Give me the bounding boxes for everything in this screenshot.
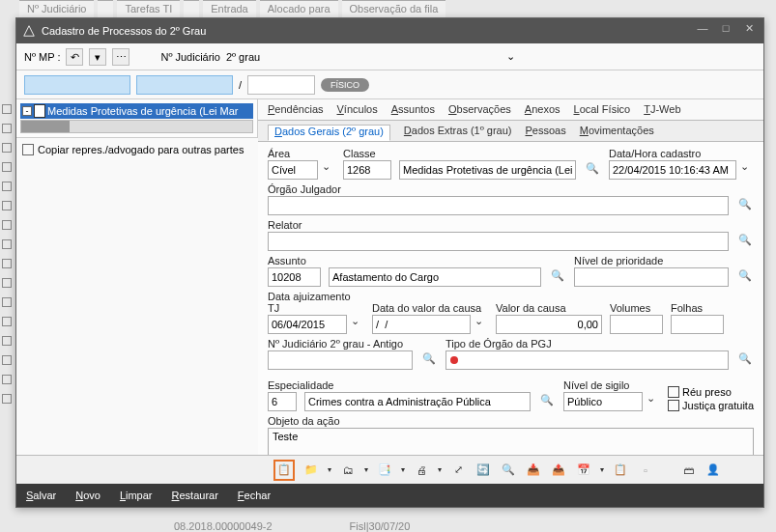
tipopgj-search-icon[interactable]: 🔍 [736,352,754,370]
tab-tjweb[interactable]: TJ-Web [644,103,680,120]
valorc-field[interactable] [496,315,602,334]
folhas-field[interactable] [671,315,724,334]
app-icon [22,24,36,38]
sigilo-dropdown-icon[interactable]: ⌄ [643,392,658,411]
user-doc-icon[interactable]: 👤 [704,462,722,479]
expand-icon[interactable]: ⤢ [449,462,467,479]
docs-icon[interactable]: 📑 [376,462,393,479]
tree-hscroll[interactable] [20,120,253,133]
classe-desc[interactable] [399,160,576,180]
area-select[interactable] [268,160,318,180]
objeto-label: Objeto da ação [268,415,754,427]
minimize-button[interactable]: — [694,22,711,40]
grau-label: 2º grau [226,51,260,63]
objeto-textarea[interactable]: Teste [268,428,754,455]
esp-desc[interactable] [304,392,531,411]
prioridade-field[interactable] [574,267,729,287]
toolbar-bottom: 📋 📁▾ 🗂▾ 📑▾ 🖨▾ ⤢ 🔄 🔍 📥 📤 📅▾ 📋 ▫ 🗃 👤 [16,455,763,484]
assunto-desc[interactable] [329,267,541,287]
calendar-icon[interactable]: 📅 [575,462,592,479]
prioridade-label: Nível de prioridade [574,255,729,266]
sigilo-label: Nível de sigilo [563,379,660,391]
background-footer: 08.2018.00000049-2Fisl|30/07/20 [0,520,776,532]
tab-local-fisico[interactable]: Local Físico [574,103,631,120]
toolbar-top: Nº MP : ↶ ▾ ⋯ Nº Judiciário 2º grau ⌄ [16,43,763,70]
tab-movimentacoes[interactable]: Movimentações [580,125,654,141]
tab-observacoes[interactable]: Observações [448,103,511,120]
copy-checkbox[interactable] [22,144,34,155]
assunto-label: Assunto [268,255,321,266]
orgao-search-icon[interactable]: 🔍 [736,198,754,215]
tab-pendencias[interactable]: Pendências [268,103,324,120]
folder-icon[interactable]: 📁 [302,462,320,479]
njant-label: Nº Judiciário 2º grau - Antigo [268,338,413,350]
justica-checkbox[interactable] [668,400,679,411]
jud-number-field[interactable] [136,75,233,95]
more-button[interactable]: ⋯ [112,48,129,66]
back-button[interactable]: ↶ [66,48,83,66]
esp-search-icon[interactable]: 🔍 [538,394,556,411]
datavc-field[interactable] [372,315,471,334]
close-button[interactable]: ✕ [740,22,758,40]
esp-code[interactable] [268,392,297,411]
archive-icon[interactable]: 🗃 [679,462,697,479]
ajuiz-label: Data ajuizamento TJ [268,291,364,314]
copy-add-icon[interactable]: 📋 [273,460,295,481]
pgj-red-dot-icon [450,356,458,364]
tab-pessoas[interactable]: Pessoas [526,125,566,141]
volumes-label: Volumes [610,302,663,314]
novo-button[interactable]: Novo [75,490,101,501]
tab-anexos[interactable]: Anexos [525,103,560,120]
classe-code[interactable] [343,160,391,180]
tab-dados-extras[interactable]: Dados Extras (1º grau) [404,125,512,141]
tab-dados-gerais[interactable]: Dados Gerais (2º grau) [268,125,390,141]
tipopgj-label: Tipo de Órgão da PGJ [445,338,729,350]
tree-root[interactable]: - Medidas Protetivas de urgência (Lei Ma… [20,103,253,119]
classe-label: Classe [343,148,391,159]
mp-number-field[interactable] [24,75,130,95]
ajuiz-dropdown-icon[interactable]: ⌄ [347,315,362,334]
fechar-button[interactable]: Fechar [238,490,271,501]
tree-root-label: Medidas Protetivas de urgência (Lei Mar [47,105,238,117]
limpar-button[interactable]: Limpar [120,490,153,501]
data-dropdown-icon[interactable]: ⌄ [736,160,752,180]
search-doc-icon[interactable]: 🔍 [500,462,517,479]
datavc-dropdown-icon[interactable]: ⌄ [471,315,486,334]
dropdown-button[interactable]: ▾ [89,48,106,66]
tree-icon[interactable]: 🗂 [339,462,357,479]
prioridade-search-icon[interactable]: 🔍 [736,269,754,287]
paste-icon[interactable]: 📋 [612,462,629,479]
print-icon[interactable]: 🖨 [413,462,430,479]
datavc-label: Data do valor da causa [372,302,488,314]
collapse-icon[interactable]: ⌄ [503,48,520,66]
njant-field[interactable] [268,350,413,370]
maximize-button[interactable]: □ [717,22,734,40]
area-dropdown-icon[interactable]: ⌄ [318,160,333,180]
assunto-code[interactable] [268,267,321,287]
restaurar-button[interactable]: Restaurar [172,490,218,501]
reu-checkbox[interactable] [668,386,679,398]
jud-label: Nº Judiciário [160,51,219,63]
volumes-field[interactable] [610,315,663,334]
relator-field[interactable] [268,232,729,251]
import-icon[interactable]: 📥 [525,462,542,479]
ajuiz-field[interactable] [268,315,347,334]
year-field[interactable] [247,75,315,95]
disabled-icon: ▫ [637,462,654,479]
tab-vinculos[interactable]: Vínculos [337,103,378,120]
salvar-button[interactable]: Salvar [26,490,56,501]
justica-label: Justiça gratuita [682,400,754,411]
collapse-icon[interactable]: - [22,106,32,116]
data-cadastro[interactable] [609,160,736,180]
relator-label: Relator [268,219,729,231]
orgao-field[interactable] [268,196,729,215]
export-icon[interactable]: 📤 [550,462,567,479]
classe-search-icon[interactable]: 🔍 [584,162,601,180]
refresh-icon[interactable]: 🔄 [474,462,492,479]
tabs-row-2: Dados Gerais (2º grau) Dados Extras (1º … [258,121,763,142]
sigilo-field[interactable] [563,392,643,411]
tab-assuntos[interactable]: Assuntos [391,103,435,120]
assunto-search-icon[interactable]: 🔍 [549,269,566,287]
relator-search-icon[interactable]: 🔍 [736,234,754,251]
njant-search-icon[interactable]: 🔍 [420,352,438,370]
